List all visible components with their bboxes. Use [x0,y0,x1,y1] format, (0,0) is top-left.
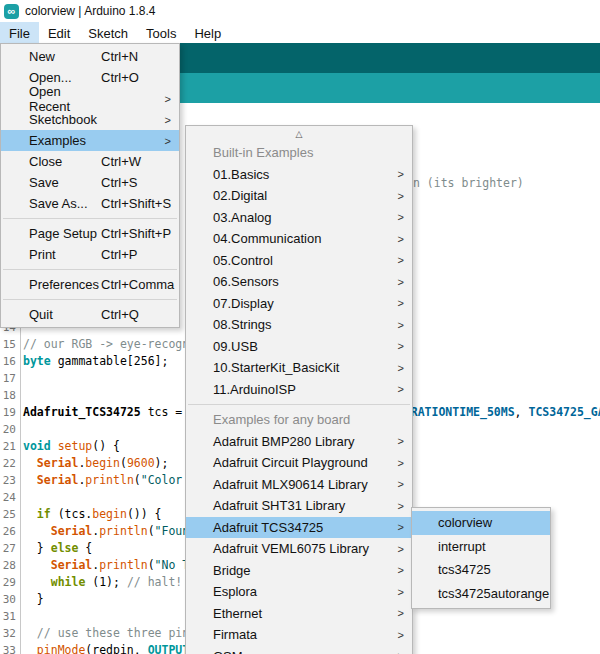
code-comment-fragment: n (its brighter) [413,176,524,190]
examples-menu-item-label: 03.Analog [186,210,272,225]
line-number: 32 [0,625,21,642]
chevron-right-icon: > [398,298,404,309]
line-number: 27 [0,540,21,557]
code-line-text [21,421,23,438]
chevron-right-icon: > [165,135,171,146]
line-number: 23 [0,472,21,489]
examples-menu-item-label: Built-in Examples [186,145,313,160]
file-menu-item-shortcut: Ctrl+W [101,154,141,169]
tcs-menu-item-tcs34725[interactable]: tcs34725 [412,558,550,582]
menubar-item-edit[interactable]: Edit [39,22,79,43]
file-menu-item-shortcut: Ctrl+Comma [101,277,174,292]
file-menu-item-save-as[interactable]: Save As...Ctrl+Shift+S [1,193,179,214]
titlebar: ∞ colorview | Arduino 1.8.4 [0,0,600,22]
chevron-right-icon: > [398,319,404,330]
examples-menu-item-bridge[interactable]: Bridge> [186,560,412,582]
window-title: colorview | Arduino 1.8.4 [25,4,156,18]
code-line-text [21,608,23,625]
examples-menu-item-label: 08.Strings [186,317,272,332]
menubar-item-tools[interactable]: Tools [137,22,185,43]
examples-menu-item-02-digital[interactable]: 02.Digital> [186,185,412,207]
file-menu-item-new[interactable]: NewCtrl+N [1,46,179,67]
examples-menu-item-09-usb[interactable]: 09.USB> [186,336,412,358]
chevron-right-icon: > [398,586,404,597]
examples-menu-item-adafruit-mlx90614-library[interactable]: Adafruit MLX90614 Library> [186,474,412,496]
menubar-item-sketch[interactable]: Sketch [79,22,137,43]
line-number: 33 [0,642,21,654]
file-menu-item-open-recent[interactable]: Open Recent> [1,88,179,109]
examples-menu-item-07-display[interactable]: 07.Display> [186,293,412,315]
examples-menu-item-label: 07.Display [186,296,274,311]
examples-menu-item-adafruit-sht31-library[interactable]: Adafruit SHT31 Library> [186,495,412,517]
tcs-menu-item-interrupt[interactable]: interrupt [412,535,550,559]
file-menu-item-save[interactable]: SaveCtrl+S [1,172,179,193]
examples-menu-item-10-starterkit-basickit[interactable]: 10.StarterKit_BasicKit> [186,357,412,379]
file-menu-separator [3,299,177,300]
examples-menu-item-label: Examples for any board [186,412,350,427]
examples-menu-item-examples-for-any-board: Examples for any board [186,409,412,431]
line-number: 30 [0,591,21,608]
examples-menu-item-label: GSM [186,649,243,654]
examples-menu-item-esplora[interactable]: Esplora> [186,581,412,603]
menubar-item-help[interactable]: Help [185,22,230,43]
examples-menu-item-label: Firmata [186,627,257,642]
chevron-right-icon: > [398,341,404,352]
file-menu-item-page-setup[interactable]: Page SetupCtrl+Shift+P [1,223,179,244]
examples-menu-item-label: Adafruit TCS34725 [186,520,323,535]
file-menu-item-print[interactable]: PrintCtrl+P [1,244,179,265]
examples-menu-item-adafruit-bmp280-library[interactable]: Adafruit BMP280 Library> [186,431,412,453]
file-menu-item-close[interactable]: CloseCtrl+W [1,151,179,172]
line-number: 31 [0,608,21,625]
file-menu-item-sketchbook[interactable]: Sketchbook> [1,109,179,130]
chevron-right-icon: > [398,565,404,576]
arduino-logo-icon: ∞ [4,4,19,19]
examples-menu-item-adafruit-circuit-playground[interactable]: Adafruit Circuit Playground> [186,452,412,474]
chevron-right-icon: > [398,276,404,287]
examples-submenu: △Built-in Examples01.Basics>02.Digital>0… [185,125,413,654]
examples-menu-item-03-analog[interactable]: 03.Analog> [186,207,412,229]
examples-menu-item-11-arduinoisp[interactable]: 11.ArduinoISP> [186,379,412,401]
code-line-text [21,489,23,506]
file-menu-item-shortcut: Ctrl+O [101,70,139,85]
examples-menu-item-adafruit-veml6075-library[interactable]: Adafruit VEML6075 Library> [186,538,412,560]
examples-menu-item-05-control[interactable]: 05.Control> [186,250,412,272]
tcs-menu-item-tcs34725autorange[interactable]: tcs34725autorange [412,582,550,606]
file-menu-item-preferences[interactable]: PreferencesCtrl+Comma [1,274,179,295]
menubar-item-file[interactable]: File [0,22,39,43]
examples-menu-item-label: Ethernet [186,606,262,621]
code-line-text: } [21,591,44,608]
line-number: 25 [0,506,21,523]
code-line-text: } else { [21,540,92,557]
code-line-text: while (1); // halt! [21,574,182,591]
tcs-menu-item-colorview[interactable]: colorview [412,511,550,535]
examples-menu-item-01-basics[interactable]: 01.Basics> [186,164,412,186]
examples-menu-item-04-communication[interactable]: 04.Communication> [186,228,412,250]
examples-menu-item-08-strings[interactable]: 08.Strings> [186,314,412,336]
chevron-right-icon: > [398,608,404,619]
examples-menu-item-firmata[interactable]: Firmata> [186,624,412,646]
examples-menu-item-gsm[interactable]: GSM> [186,646,412,654]
examples-menu-item-built-in-examples: Built-in Examples [186,142,412,164]
line-number: 26 [0,523,21,540]
chevron-right-icon: > [398,212,404,223]
examples-menu-item-ethernet[interactable]: Ethernet> [186,603,412,625]
file-menu-item-label: Page Setup [1,226,101,241]
examples-menu-item-label: Adafruit SHT31 Library [186,498,345,513]
tcs-menu-item-label: tcs34725 [412,562,491,577]
file-menu-item-quit[interactable]: QuitCtrl+Q [1,304,179,325]
examples-menu-item-adafruit-tcs34725[interactable]: Adafruit TCS34725> [186,517,412,539]
chevron-right-icon: > [398,190,404,201]
file-menu: NewCtrl+NOpen...Ctrl+OOpen Recent>Sketch… [0,43,180,328]
examples-menu-item-label: 04.Communication [186,231,321,246]
line-number: 17 [0,370,21,387]
file-menu-item-examples[interactable]: Examples> [1,130,179,151]
examples-menu-item-label: Adafruit Circuit Playground [186,455,368,470]
chevron-right-icon: > [398,500,404,511]
scroll-up-icon[interactable]: △ [186,126,412,142]
file-menu-item-shortcut: Ctrl+S [101,175,137,190]
examples-menu-item-06-sensors[interactable]: 06.Sensors> [186,271,412,293]
file-menu-item-label: Quit [1,307,101,322]
examples-menu-item-label: Adafruit VEML6075 Library [186,541,369,556]
file-menu-item-label: Save As... [1,196,101,211]
line-number: 18 [0,387,21,404]
